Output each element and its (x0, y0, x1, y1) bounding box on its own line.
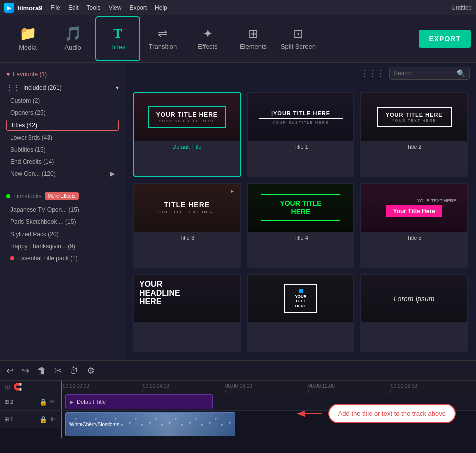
title-card-default[interactable]: YOUR TITLE HERE YOUR SUBTITLE HERE Defau… (133, 92, 241, 177)
titles-label: Titles (110, 43, 126, 51)
ruler-time-3: 00:00:12:00 (308, 383, 335, 389)
title-thumb-6: YOURHEADLINEHERE (134, 275, 240, 322)
toolbar-media[interactable]: 📁 Media (5, 16, 50, 61)
title-card-6[interactable]: YOURHEADLINEHERE (133, 274, 241, 352)
toolbar-effects[interactable]: ✦ Effects (185, 16, 230, 61)
annotation-arrow-icon (294, 406, 324, 421)
chevron-down-icon: ▾ (116, 84, 119, 91)
toolbar-titles[interactable]: T Titles (95, 16, 140, 61)
title-thumb-4: YOUR TITLEHERE (248, 184, 354, 232)
heart-icon: ♥ (6, 71, 10, 78)
track-num-2: ⊞ 2 (4, 399, 13, 405)
sidebar-included[interactable]: ⋮⋮ Included (261) ▾ (0, 81, 125, 95)
annotation-text: Add the title or text to the track above (328, 404, 456, 423)
timeline-controls: ↩ ↪ 🗑 ✂ ⏱ ⚙ (0, 361, 476, 381)
effects-label: Effects (198, 43, 218, 50)
title-label-6 (134, 322, 240, 328)
title-card-1[interactable]: |YOUR TITLE HERE YOUR SUBTITLE HERE Titl… (247, 92, 355, 177)
annotation: Add the title or text to the track above (294, 404, 456, 423)
arrow-right-icon: ▶ (110, 170, 115, 177)
title-clip[interactable]: ▶ Default Title (65, 394, 213, 409)
menu-help[interactable]: Help (155, 4, 167, 11)
title-label-default: Default Title (134, 141, 240, 153)
sidebar-titles[interactable]: Titles (42) (6, 120, 119, 131)
titles-grid: YOUR TITLE HERE YOUR SUBTITLE HERE Defau… (125, 84, 476, 360)
title-thumb-default: YOUR TITLE HERE YOUR SUBTITLE HERE (134, 93, 240, 141)
sidebar-subtitles[interactable]: Subtitles (15) (0, 144, 125, 156)
media-icon: 📁 (19, 27, 37, 41)
effects-icon: ✦ (203, 28, 213, 40)
title-thumb-8: Lorem Ipsum (361, 275, 467, 322)
search-input[interactable] (394, 70, 454, 77)
menu-file[interactable]: File (51, 4, 60, 11)
title-label-5: Title 5 (361, 232, 467, 244)
more-effects-button[interactable]: More Effects (45, 192, 79, 200)
title-card-2[interactable]: YOUR TITLE HERE YOUR TEXT HERE Title 2 (360, 92, 468, 177)
settings-button[interactable]: ⚙ (87, 365, 95, 376)
undo-button[interactable]: ↩ (6, 365, 14, 376)
red-dot-icon (10, 256, 14, 260)
elements-label: Elements (240, 43, 267, 50)
magnet-icon[interactable]: 🧲 (13, 383, 22, 391)
ruler-time-1: 00:00:04:00 (143, 383, 169, 389)
title-card-7[interactable]: YOURTITLEHERE (247, 274, 355, 352)
lock-icon-1[interactable]: 🔒 (39, 416, 47, 423)
redo-button[interactable]: ↪ (22, 365, 29, 376)
title-card-3[interactable]: TITLE HERE subtitle text here ► Title 3 (133, 183, 241, 268)
eye-icon-1[interactable]: 👁 (49, 416, 56, 423)
menu-tools[interactable]: Tools (87, 4, 101, 11)
green-dot-icon (6, 194, 10, 198)
cut-button[interactable]: ✂ (54, 365, 62, 376)
title-thumb-1: |YOUR TITLE HERE YOUR SUBTITLE HERE (248, 93, 354, 141)
title-card-8[interactable]: Lorem Ipsum (360, 274, 468, 352)
title-label-7 (248, 322, 354, 328)
app-logo: ▶ filmora9 (4, 3, 43, 13)
title-label-4: Title 4 (248, 232, 354, 244)
eye-icon-2[interactable]: 👁 (49, 398, 56, 406)
export-button[interactable]: EXPORT (419, 30, 471, 48)
title-thumb-2: YOUR TITLE HERE YOUR TEXT HERE (361, 93, 467, 141)
toolbar-audio[interactable]: 🎵 Audio (50, 16, 95, 61)
sidebar-new-con[interactable]: New Con... (120) ▶ (0, 168, 125, 180)
title-card-4[interactable]: YOUR TITLEHERE Title 4 (247, 183, 355, 268)
title-label-2: Title 2 (361, 141, 467, 153)
menu-view[interactable]: View (109, 4, 122, 11)
sidebar: ♥ Favourite (1) ⋮⋮ Included (261) ▾ Cust… (0, 63, 125, 360)
sidebar-openers[interactable]: Openers (25) (0, 107, 125, 119)
ruler-time-2: 00:00:08:00 (225, 383, 252, 389)
clock-button[interactable]: ⏱ (70, 366, 79, 376)
delete-button[interactable]: 🗑 (37, 366, 46, 376)
window-title: Untitled (451, 4, 472, 11)
toolbar-elements[interactable]: ⊞ Elements (230, 16, 276, 61)
sidebar-end-credits[interactable]: End Credits (14) (0, 156, 125, 168)
sidebar-favourite[interactable]: ♥ Favourite (1) (0, 68, 125, 81)
menu-bar: ▶ filmora9 File Edit Tools View Export H… (0, 0, 476, 15)
search-icon: 🔍 (457, 69, 465, 77)
menu-export[interactable]: Export (129, 4, 147, 11)
video-clip[interactable]: WhiteCherryBlossoms (65, 412, 235, 436)
content-header: ⋮⋮⋮ 🔍 (125, 63, 476, 84)
sidebar-stylized-pack[interactable]: Stylized Pack (20) (0, 228, 125, 240)
sidebar-paris-sketchbook[interactable]: Paris Sketchbook ... (15) (0, 216, 125, 228)
lock-icon-2[interactable]: 🔒 (39, 398, 47, 406)
grid-icon: ⋮⋮ (6, 84, 20, 92)
favourite-label: Favourite (1) (13, 71, 47, 78)
toolbar-split-screen[interactable]: ⊡ Split Screen (276, 16, 321, 61)
toolbar-transition[interactable]: ⇌ Transition (140, 16, 185, 61)
title-label-1: Title 1 (248, 141, 354, 153)
title-thumb-5: YOUR TEXT HERE Your Title Here (361, 184, 467, 232)
video-clip-label: WhiteCherryBlossoms (70, 422, 119, 427)
view-grid-icon[interactable]: ⋮⋮⋮ (360, 69, 384, 78)
sidebar-essential-title[interactable]: Essential Title pack (1) (0, 252, 125, 264)
sidebar-filmstocks: Filmstocks More Effects (0, 188, 125, 204)
sidebar-happy-thanksgiving[interactable]: Happy Thanksgivin... (9) (0, 240, 125, 252)
title-card-5[interactable]: YOUR TEXT HERE Your Title Here Title 5 (360, 183, 468, 268)
sidebar-japanese-tv[interactable]: Japanese TV Open... (15) (0, 204, 125, 216)
title-clip-label: Default Title (77, 399, 106, 405)
add-track-icon[interactable]: ⊞ (4, 383, 10, 391)
menu-edit[interactable]: Edit (68, 4, 79, 11)
split-screen-icon: ⊡ (293, 28, 303, 40)
timeline: ↩ ↪ 🗑 ✂ ⏱ ⚙ ⊞ 🧲 ⊞ 2 🔒 👁 ⊞ 1 🔒 👁 (0, 360, 476, 453)
sidebar-lower3rds[interactable]: Lower 3rds (43) (0, 132, 125, 144)
sidebar-custom[interactable]: Custom (2) (0, 95, 125, 107)
